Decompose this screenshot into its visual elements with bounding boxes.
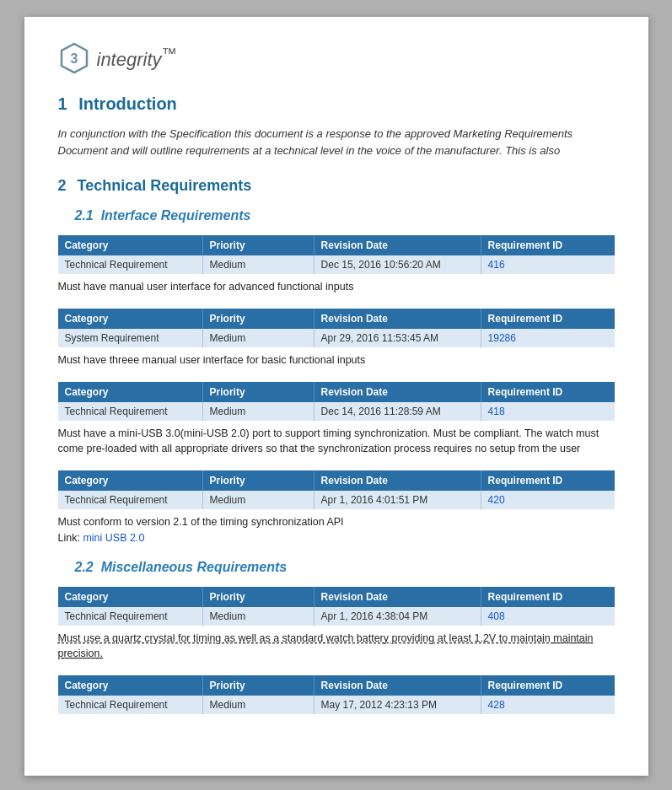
req-link-408[interactable]: 408 (488, 610, 505, 622)
requirement-418: Category Priority Revision Date Requirem… (58, 382, 615, 458)
th-reqid: Requirement ID (481, 235, 614, 255)
document-page: 3 integrity™ 1 Introduction In conjuncti… (24, 17, 648, 776)
th-reqid: Requirement ID (481, 309, 614, 329)
th-priority: Priority (202, 675, 314, 696)
req-table-19286: Category Priority Revision Date Requirem… (58, 309, 615, 347)
section1-heading: 1 Introduction (58, 94, 615, 114)
requirement-408: Category Priority Revision Date Requirem… (58, 587, 615, 663)
th-revdate: Revision Date (314, 587, 481, 607)
req-desc-418: Must have a mini-USB 3.0(mini-USB 2.0) p… (58, 426, 615, 458)
th-category: Category (58, 675, 203, 696)
req-table-418: Category Priority Revision Date Requirem… (58, 382, 615, 421)
th-priority: Priority (202, 470, 314, 491)
cell-priority: Medium (202, 696, 314, 714)
cell-reqid: 418 (481, 402, 614, 421)
th-reqid: Requirement ID (481, 382, 614, 402)
cell-revdate: Apr 29, 2016 11:53:45 AM (314, 329, 481, 347)
cell-reqid: 416 (481, 255, 614, 274)
cell-priority: Medium (202, 607, 314, 626)
cell-category: Technical Requirement (58, 491, 203, 509)
th-revdate: Revision Date (314, 470, 481, 491)
req-link-428[interactable]: 428 (488, 699, 505, 711)
cell-category: Technical Requirement (58, 402, 203, 421)
svg-text:3: 3 (70, 51, 78, 66)
cell-category: Technical Requirement (58, 255, 203, 274)
cell-revdate: Apr 1, 2016 4:38:04 PM (314, 607, 481, 626)
logo-area: 3 integrity™ (58, 42, 615, 74)
th-revdate: Revision Date (314, 309, 481, 329)
section1-body: In conjunction with the Specification th… (58, 126, 615, 159)
req-link-19286[interactable]: 19286 (488, 332, 516, 344)
integrity-logo-icon: 3 (58, 42, 90, 74)
subsection-2-2-heading: 2.2 Miscellaneous Requirements (58, 560, 615, 575)
req-link-418[interactable]: 418 (488, 406, 505, 417)
cell-revdate: Dec 14, 2016 11:28:59 AM (314, 402, 481, 421)
th-priority: Priority (202, 235, 314, 255)
section2-heading: 2 Technical Requirements (58, 177, 615, 195)
cell-category: System Requirement (58, 329, 203, 347)
cell-reqid: 408 (481, 607, 614, 626)
req-desc-408: Must use a quartz crystal for timing as … (58, 631, 615, 663)
cell-reqid: 420 (481, 491, 614, 509)
requirement-420: Category Priority Revision Date Requirem… (58, 470, 615, 546)
requirement-416: Category Priority Revision Date Requirem… (58, 235, 615, 295)
table-row: Technical Requirement Medium Apr 1, 2016… (58, 607, 615, 626)
table-row: Technical Requirement Medium Dec 14, 201… (58, 402, 615, 421)
cell-revdate: Dec 15, 2016 10:56:20 AM (314, 255, 481, 274)
th-priority: Priority (202, 587, 314, 607)
req-desc-19286: Must have threee manual user interface f… (58, 352, 615, 368)
cell-revdate: Apr 1, 2016 4:01:51 PM (314, 491, 481, 509)
th-category: Category (58, 382, 203, 402)
mini-usb-link[interactable]: mini USB 2.0 (83, 532, 144, 544)
table-row: Technical Requirement Medium Dec 15, 201… (58, 255, 615, 274)
cell-revdate: May 17, 2012 4:23:13 PM (314, 696, 481, 714)
req-desc-416: Must have manual user interface for adva… (58, 279, 615, 295)
th-category: Category (58, 587, 203, 607)
th-reqid: Requirement ID (481, 587, 614, 607)
cell-category: Technical Requirement (58, 607, 203, 626)
th-category: Category (58, 309, 203, 329)
logo-trademark: ™ (162, 45, 177, 62)
th-priority: Priority (202, 382, 314, 402)
th-category: Category (58, 470, 203, 491)
table-row: Technical Requirement Medium May 17, 201… (58, 696, 615, 714)
req-table-416: Category Priority Revision Date Requirem… (58, 235, 615, 274)
cell-reqid: 428 (481, 696, 614, 714)
req-link-420[interactable]: 420 (488, 494, 505, 506)
th-revdate: Revision Date (314, 235, 481, 255)
cell-priority: Medium (202, 255, 314, 274)
th-revdate: Revision Date (314, 675, 481, 696)
req-desc-420: Must conform to version 2.1 of the timin… (58, 514, 615, 546)
th-reqid: Requirement ID (481, 470, 614, 491)
th-category: Category (58, 235, 203, 255)
requirement-428: Category Priority Revision Date Requirem… (58, 675, 615, 714)
cell-priority: Medium (202, 329, 314, 347)
th-revdate: Revision Date (314, 382, 481, 402)
requirement-19286: Category Priority Revision Date Requirem… (58, 309, 615, 368)
table-row: Technical Requirement Medium Apr 1, 2016… (58, 491, 615, 509)
req-table-420: Category Priority Revision Date Requirem… (58, 470, 615, 509)
cell-reqid: 19286 (481, 329, 614, 347)
cell-priority: Medium (202, 491, 314, 509)
table-row: System Requirement Medium Apr 29, 2016 1… (58, 329, 615, 347)
cell-category: Technical Requirement (58, 696, 203, 714)
logo-text: integrity™ (97, 45, 177, 71)
subsection-2-1-heading: 2.1 Interface Requirements (58, 208, 615, 223)
cell-priority: Medium (202, 402, 314, 421)
req-table-428: Category Priority Revision Date Requirem… (58, 675, 615, 714)
req-table-408: Category Priority Revision Date Requirem… (58, 587, 615, 626)
req-link-416[interactable]: 416 (488, 259, 505, 271)
th-priority: Priority (202, 309, 314, 329)
th-reqid: Requirement ID (481, 675, 614, 696)
